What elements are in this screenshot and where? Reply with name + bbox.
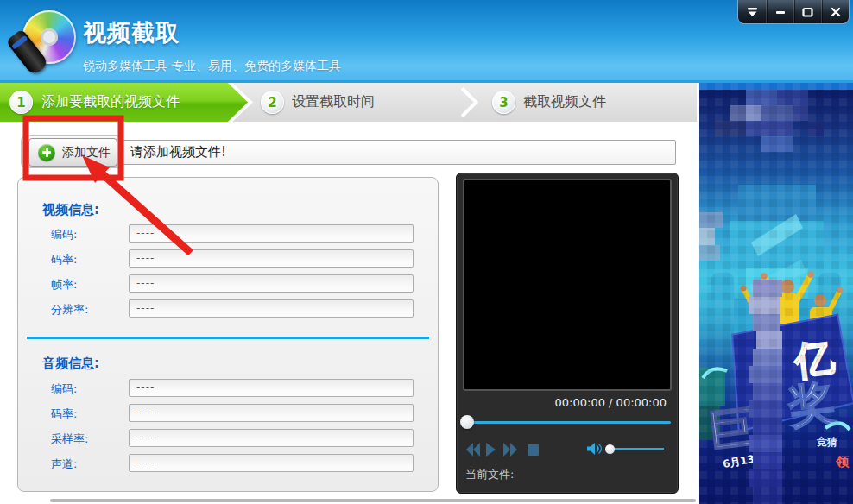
bottom-divider <box>50 499 696 502</box>
seek-slider[interactable] <box>464 421 671 424</box>
video-framerate-value: ---- <box>129 274 414 293</box>
fast-forward-icon[interactable] <box>510 443 517 457</box>
banner-pixelation-overlay <box>699 83 853 504</box>
media-info-panel: 视频信息: 编码: ---- 码率: ---- 帧率: ---- 分辨率: --… <box>17 177 439 492</box>
maximize-icon <box>802 7 813 17</box>
audio-channels-label: 声道: <box>51 457 77 472</box>
tab-step1-label[interactable]: 添加要截取的视频文件 <box>41 93 180 111</box>
video-bitrate-label: 码率: <box>51 252 77 268</box>
video-codec-label: 编码: <box>51 227 77 243</box>
audio-samplerate-label: 采样率: <box>51 432 88 447</box>
chevron-separator-icon <box>448 87 478 117</box>
video-bitrate-value: ---- <box>129 249 414 268</box>
video-resolution-label: 分辨率: <box>51 302 88 318</box>
video-info-heading: 视频信息: <box>42 202 99 218</box>
audio-bitrate-label: 码率: <box>51 406 77 422</box>
app-subtitle: 锐动多媒体工具-专业、易用、免费的多媒体工具 <box>83 59 341 74</box>
rewind-icon[interactable] <box>466 443 473 457</box>
audio-channels-value: ---- <box>129 454 414 472</box>
audio-samplerate-value: ---- <box>129 429 414 447</box>
plus-icon <box>38 144 55 161</box>
seek-slider-handle[interactable] <box>460 415 474 429</box>
app-window: 视频截取 锐动多媒体工具-专业、易用、免费的多媒体工具 <box>0 0 853 504</box>
audio-codec-label: 编码: <box>51 381 77 397</box>
tab-step3-label[interactable]: 截取视频文件 <box>523 93 606 111</box>
step1-number-badge: 1 <box>9 91 33 114</box>
maximize-button[interactable] <box>793 0 821 23</box>
time-display: 00:00:00 / 00:00:00 <box>555 396 667 409</box>
ad-banner[interactable]: 亿 巨 奖 6月13日-7 竞猜 领 <box>699 83 853 504</box>
rewind-icon[interactable] <box>473 443 480 457</box>
app-logo-icon <box>12 8 78 73</box>
volume-icon[interactable] <box>586 442 602 456</box>
audio-info-heading: 音频信息: <box>42 356 99 372</box>
skin-menu-button[interactable] <box>738 0 766 23</box>
audio-bitrate-value: ---- <box>129 404 414 422</box>
app-title: 视频截取 <box>83 17 341 48</box>
step3-number-badge: 3 <box>492 91 515 114</box>
header: 视频截取 锐动多媒体工具-专业、易用、免费的多媒体工具 <box>0 0 853 83</box>
window-controls <box>737 0 850 24</box>
step2-number-badge: 2 <box>261 91 284 114</box>
minimize-button[interactable] <box>766 0 793 23</box>
volume-slider[interactable] <box>612 448 664 450</box>
add-file-button-label: 添加文件 <box>62 145 111 161</box>
audio-codec-value: ---- <box>129 379 414 397</box>
close-button[interactable] <box>821 0 849 23</box>
video-framerate-label: 帧率: <box>51 277 77 293</box>
main-content: 添加文件 请添加视频文件! 视频信息: 编码: ---- 码率: ---- 帧率… <box>0 122 697 504</box>
skin-menu-icon <box>747 7 758 17</box>
player-panel: 00:00:00 / 00:00:00 当前文件: <box>456 173 679 494</box>
tab-step2-label[interactable]: 设置截取时间 <box>292 93 375 111</box>
video-screen <box>463 179 672 391</box>
add-file-button[interactable]: 添加文件 <box>28 138 117 167</box>
minimize-icon <box>775 7 786 17</box>
current-file-label: 当前文件: <box>465 467 514 482</box>
transport-controls <box>465 441 555 458</box>
video-codec-value: ---- <box>129 224 414 243</box>
stop-icon[interactable] <box>528 444 539 456</box>
section-divider <box>27 337 429 339</box>
close-icon <box>831 7 841 17</box>
video-resolution-value: ---- <box>129 299 414 318</box>
fast-forward-icon[interactable] <box>503 443 510 457</box>
volume-slider-handle[interactable] <box>605 444 615 454</box>
step-tabbar: 1 添加要截取的视频文件 2 设置截取时间 3 截取视频文件 <box>0 83 697 122</box>
status-message-bar: 请添加视频文件! <box>122 140 676 165</box>
play-icon[interactable] <box>486 443 496 457</box>
